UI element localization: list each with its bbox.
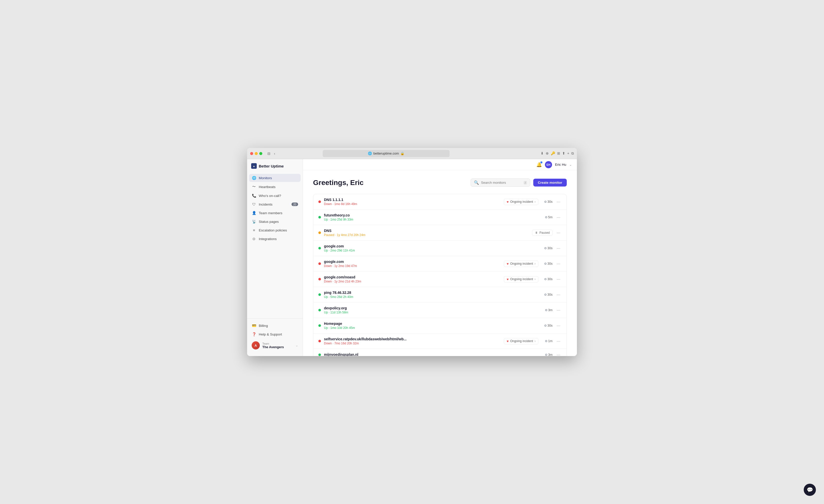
monitor-name: mijnvoedingsplan.nl	[324, 352, 538, 356]
more-options-button[interactable]: ···	[555, 230, 561, 235]
notification-bell[interactable]: 🔔	[536, 162, 542, 168]
monitor-info: selfservice.ratpdev.uk/llubdasweb/web/ht…	[324, 337, 501, 345]
sidebar-item-billing[interactable]: 💳 Billing	[249, 321, 301, 330]
user-avatar: EH	[545, 161, 552, 168]
monitor-status: Up · 2mo 29d 11h 41m	[324, 249, 538, 252]
table-row[interactable]: DNS Paused · 1y 4mo 27d 20h 24m ⏸ Paused…	[313, 225, 566, 240]
sidebar-item-label: Status pages	[259, 220, 279, 224]
chevron-right-icon[interactable]: ›	[534, 277, 535, 281]
traffic-lights	[250, 152, 262, 155]
more-options-button[interactable]: ···	[555, 352, 561, 356]
chevron-right-icon[interactable]: ›	[534, 339, 535, 343]
sidebar-item-team-members[interactable]: 👤 Team members	[249, 209, 301, 217]
monitor-right: 3m ···	[541, 352, 561, 356]
share-icon[interactable]: ⬆	[562, 151, 565, 156]
more-options-button[interactable]: ···	[555, 246, 561, 250]
interval-text: 30s	[547, 262, 552, 266]
chevron-right-icon[interactable]: ›	[534, 262, 535, 266]
windows-icon[interactable]: ⧉	[571, 151, 574, 156]
back-button[interactable]: ‹	[273, 151, 276, 156]
incident-badge[interactable]: ♥ Ongoing incident ›	[504, 199, 538, 205]
chevron-down-icon[interactable]: ⌄	[569, 163, 572, 167]
download-icon[interactable]: ⬇	[541, 151, 544, 156]
table-row[interactable]: ping 78.46.32.28 Up · 5mo 26d 2h 40m 30s…	[313, 287, 566, 303]
chevron-right-icon[interactable]: ›	[534, 200, 535, 204]
interval-text: 3m	[548, 308, 552, 312]
interval-text: 3m	[548, 353, 552, 356]
monitor-name: DNS	[324, 229, 529, 233]
browser-right-controls: ⬇ ⊕ 🔑 ⊞ ⬆ + ⧉	[541, 151, 574, 156]
sidebar-item-incidents[interactable]: 🛡 Incidents 20	[249, 200, 301, 208]
fullscreen-window-button[interactable]	[259, 152, 262, 155]
incident-label: Ongoing incident	[510, 200, 533, 204]
chevron-icon: ⌄	[296, 343, 298, 347]
heart-icon: ♥	[507, 339, 509, 343]
search-bar[interactable]: 🔍 /	[471, 178, 530, 187]
shield-icon: 🛡	[252, 202, 256, 206]
interval-text: 30s	[547, 200, 552, 204]
sidebar-item-integrations[interactable]: ⊙ Integrations	[249, 235, 301, 243]
sidebar-item-whos-on-call[interactable]: 📞 Who's on-call?	[249, 192, 301, 200]
monitor-info: DNS 1.1.1.1 Down · 1mo 8d 16h 49m	[324, 198, 501, 206]
chat-button[interactable]: 💬	[804, 484, 816, 496]
incident-badge[interactable]: ♥ Ongoing incident ›	[504, 338, 538, 344]
extensions-icon[interactable]: ⊞	[557, 151, 560, 156]
monitor-status: Up · 1mo 10d 20h 45m	[324, 326, 538, 330]
table-row[interactable]: DNS 1.1.1.1 Down · 1mo 8d 16h 49m ♥ Ongo…	[313, 194, 566, 210]
table-row[interactable]: google.com Down · 1y 2mo 19d 47m ♥ Ongoi…	[313, 256, 566, 272]
table-row[interactable]: devpolicy.org Up · 11d 13h 58m 3m ···	[313, 303, 566, 318]
interval-badge: 30s	[541, 277, 552, 281]
table-row[interactable]: mijnvoedingsplan.nl 3m ···	[313, 349, 566, 356]
more-options-button[interactable]: ···	[555, 215, 561, 219]
search-input[interactable]	[481, 181, 522, 185]
incidents-badge: 20	[292, 203, 298, 206]
table-row[interactable]: futuretheory.co Up · 1mo 25d 9h 33m 5m ·…	[313, 210, 566, 225]
more-options-button[interactable]: ···	[555, 308, 561, 312]
table-row[interactable]: google.com Up · 2mo 29d 11h 41m 30s ···	[313, 240, 566, 256]
interval-dot	[545, 340, 547, 342]
sidebar-toggle-button[interactable]: ⊟	[267, 151, 272, 156]
sidebar-item-heartbeats[interactable]: 〜 Heartbeats	[249, 183, 301, 191]
new-tab-icon[interactable]: +	[567, 151, 569, 156]
password-icon[interactable]: 🔑	[551, 151, 555, 156]
more-options-button[interactable]: ···	[555, 323, 561, 328]
user-name[interactable]: Eric Hu	[555, 163, 566, 167]
lock-icon: 🔒	[400, 152, 404, 155]
main-content: 🔔 EH Eric Hu ⌄ Greetings, Eric 🔍 /	[303, 159, 577, 356]
interval-text: 30s	[547, 277, 552, 281]
team-label: Team	[262, 342, 284, 345]
more-options-button[interactable]: ···	[555, 199, 561, 204]
interval-dot	[544, 325, 546, 327]
interval-dot	[544, 294, 546, 296]
status-dot	[318, 354, 321, 356]
billing-icon: 💳	[252, 323, 256, 328]
team-section[interactable]: A Team The Avengers ⌄	[249, 339, 301, 352]
sidebar-item-help-support[interactable]: ❓ Help & Support	[249, 330, 301, 338]
monitor-right: 30s ···	[541, 246, 561, 250]
more-options-button[interactable]: ···	[555, 339, 561, 343]
sidebar-item-status-pages[interactable]: 📡 Status pages	[249, 217, 301, 226]
status-dot	[318, 247, 321, 249]
monitor-list: DNS 1.1.1.1 Down · 1mo 8d 16h 49m ♥ Ongo…	[313, 194, 567, 356]
paused-badge: ⏸ Paused	[532, 230, 552, 236]
minimize-window-button[interactable]	[255, 152, 258, 155]
table-row[interactable]: google.com/noasd Down · 1y 2mo 21d 4h 23…	[313, 272, 566, 287]
monitor-right: 30s ···	[541, 292, 561, 297]
address-bar[interactable]: 🌐 betteruptime.com 🔒	[323, 150, 449, 157]
table-row[interactable]: Homepage Up · 1mo 10d 20h 45m 30s ···	[313, 318, 566, 333]
sidebar-item-label: Monitors	[259, 176, 272, 180]
more-options-button[interactable]: ···	[555, 292, 561, 297]
more-options-button[interactable]: ···	[555, 277, 561, 282]
incident-badge[interactable]: ♥ Ongoing incident ›	[504, 261, 538, 267]
more-options-button[interactable]: ···	[555, 262, 561, 266]
monitor-info: mijnvoedingsplan.nl	[324, 352, 538, 356]
create-monitor-button[interactable]: Create monitor	[533, 179, 567, 187]
sidebar-item-label: Help & Support	[259, 332, 282, 336]
incident-badge[interactable]: ♥ Ongoing incident ›	[504, 276, 538, 283]
shield-icon[interactable]: ⊕	[546, 151, 549, 156]
sidebar-item-escalation-policies[interactable]: ≡ Escalation policies	[249, 226, 301, 234]
monitor-name: futuretheory.co	[324, 213, 538, 217]
close-window-button[interactable]	[250, 152, 253, 155]
sidebar-item-monitors[interactable]: 🌐 Monitors	[249, 174, 301, 182]
table-row[interactable]: selfservice.ratpdev.uk/llubdasweb/web/ht…	[313, 333, 566, 349]
